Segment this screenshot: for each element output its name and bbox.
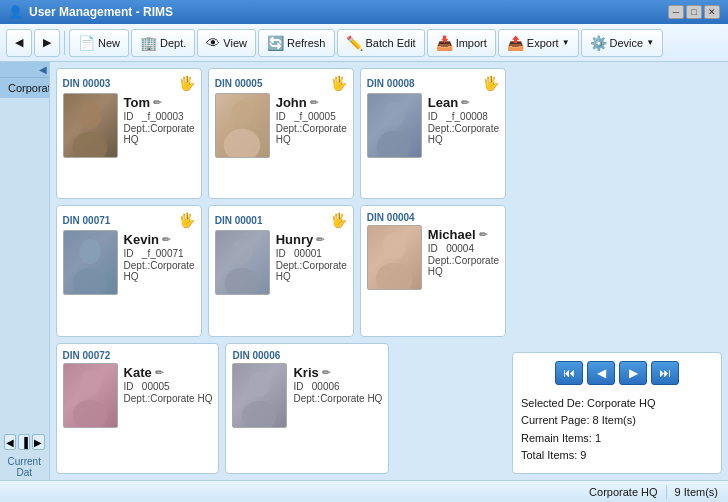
view-icon: 👁 xyxy=(206,35,220,51)
sidebar-scroll-right-button[interactable]: ▶ xyxy=(32,434,44,450)
total-items-label: Total Items: 9 xyxy=(521,447,713,465)
status-separator xyxy=(666,485,667,499)
maximize-button[interactable]: □ xyxy=(686,5,702,19)
card-name-john: John ✏ xyxy=(276,95,347,110)
card-body-kevin: Kevin ✏ ID _f_00071 Dept.:Corporate HQ xyxy=(63,230,195,329)
sidebar-scroll-left-button[interactable]: ◀ xyxy=(4,434,16,450)
sidebar-item-corporate[interactable]: Corporate xyxy=(0,78,49,98)
photo-kate xyxy=(63,363,118,428)
edit-icon-tom[interactable]: ✏ xyxy=(153,97,161,108)
content-area: DIN 00003 🖐 xyxy=(50,62,728,480)
card-dept-kris: Dept.:Corporate HQ xyxy=(293,393,382,404)
svg-point-7 xyxy=(72,268,107,295)
export-icon: 📤 xyxy=(507,35,524,51)
edit-icon-kate[interactable]: ✏ xyxy=(155,367,163,378)
din-label-kris: DIN 00006 xyxy=(232,350,280,361)
card-din-lean: DIN 00008 🖐 xyxy=(367,75,499,91)
card-body-lean: Lean ✏ ID _f_00008 Dept.:Corporate HQ xyxy=(367,93,499,192)
nav-next-icon: ▶ xyxy=(629,366,638,380)
card-name-lean: Lean ✏ xyxy=(428,95,499,110)
card-body-john: John ✏ ID _f_00005 Dept.:Corporate HQ xyxy=(215,93,347,192)
edit-icon-lean[interactable]: ✏ xyxy=(461,97,469,108)
svg-point-15 xyxy=(242,400,277,427)
refresh-label: Refresh xyxy=(287,37,326,49)
person-card-john[interactable]: DIN 00005 🖐 xyxy=(208,68,354,199)
app-icon: 👤 xyxy=(8,5,23,19)
export-button[interactable]: 📤 Export ▼ xyxy=(498,29,579,57)
svg-point-1 xyxy=(72,132,107,158)
card-id-john: ID _f_00005 xyxy=(276,111,347,122)
card-id-hunry: ID 00001 xyxy=(276,248,347,259)
din-label-tom: DIN 00003 xyxy=(63,78,111,89)
din-label-michael: DIN 00004 xyxy=(367,212,415,223)
new-label: New xyxy=(98,37,120,49)
cards-row-1: DIN 00003 🖐 xyxy=(56,68,506,199)
edit-icon-kevin[interactable]: ✏ xyxy=(162,234,170,245)
import-icon: 📥 xyxy=(436,35,453,51)
person-card-kevin[interactable]: DIN 00071 🖐 xyxy=(56,205,202,336)
card-body-kate: Kate ✏ ID 00005 Dept.:Corporate HQ xyxy=(63,363,213,467)
current-page-label: Current Page: 8 Item(s) xyxy=(521,412,713,430)
card-din-tom: DIN 00003 🖐 xyxy=(63,75,195,91)
card-name-kris: Kris ✏ xyxy=(293,365,382,380)
hand-icon-tom: 🖐 xyxy=(178,75,195,91)
export-dropdown-icon: ▼ xyxy=(562,38,570,47)
card-din-john: DIN 00005 🖐 xyxy=(215,75,347,91)
nav-first-icon: ⏮ xyxy=(563,366,575,380)
card-din-michael: DIN 00004 xyxy=(367,212,499,223)
forward-button[interactable]: ▶ xyxy=(34,29,60,57)
person-card-michael[interactable]: DIN 00004 Michael xyxy=(360,205,506,336)
card-body-hunry: Hunry ✏ ID 00001 Dept.:Corporate HQ xyxy=(215,230,347,329)
card-name-kate: Kate ✏ xyxy=(124,365,213,380)
edit-icon-michael[interactable]: ✏ xyxy=(479,229,487,240)
nav-next-button[interactable]: ▶ xyxy=(619,361,647,385)
view-button[interactable]: 👁 View xyxy=(197,29,256,57)
batch-edit-button[interactable]: ✏️ Batch Edit xyxy=(337,29,425,57)
photo-kris xyxy=(232,363,287,428)
nav-controls: ⏮ ◀ ▶ ⏭ Selected De: Corporate HQ xyxy=(512,352,722,474)
card-id-michael: ID 00004 xyxy=(428,243,499,254)
dept-button[interactable]: 🏢 Dept. xyxy=(131,29,195,57)
sidebar-scroll-handle[interactable]: ▐ xyxy=(18,434,30,450)
sidebar-collapse-button[interactable]: ◀ xyxy=(0,62,49,78)
refresh-button[interactable]: 🔄 Refresh xyxy=(258,29,335,57)
card-id-kate: ID 00005 xyxy=(124,381,213,392)
person-card-lean[interactable]: DIN 00008 🖐 xyxy=(360,68,506,199)
nav-prev-icon: ◀ xyxy=(597,366,606,380)
device-button[interactable]: ⚙️ Device ▼ xyxy=(581,29,664,57)
dept-label: Dept. xyxy=(160,37,186,49)
edit-icon-hunry[interactable]: ✏ xyxy=(316,234,324,245)
nav-last-button[interactable]: ⏭ xyxy=(651,361,679,385)
person-card-kris[interactable]: DIN 00006 Kris xyxy=(225,343,389,474)
card-id-kevin: ID _f_00071 xyxy=(124,248,195,259)
view-label: View xyxy=(223,37,247,49)
nav-first-button[interactable]: ⏮ xyxy=(555,361,583,385)
card-name-tom: Tom ✏ xyxy=(124,95,195,110)
person-card-kate[interactable]: DIN 00072 Kate xyxy=(56,343,220,474)
hand-icon-john: 🖐 xyxy=(330,75,347,91)
cards-row-2: DIN 00071 🖐 xyxy=(56,205,506,336)
edit-icon-john[interactable]: ✏ xyxy=(310,97,318,108)
photo-tom xyxy=(63,93,118,158)
remain-items-label: Remain Items: 1 xyxy=(521,430,713,448)
svg-point-0 xyxy=(78,102,101,129)
card-name-hunry: Hunry ✏ xyxy=(276,232,347,247)
title-bar-controls: ─ □ ✕ xyxy=(668,5,720,19)
din-label-kate: DIN 00072 xyxy=(63,350,111,361)
card-body-kris: Kris ✏ ID 00006 Dept.:Corporate HQ xyxy=(232,363,382,467)
import-button[interactable]: 📥 Import xyxy=(427,29,496,57)
svg-point-14 xyxy=(249,372,270,397)
person-card-tom[interactable]: DIN 00003 🖐 xyxy=(56,68,202,199)
status-items: 9 Item(s) xyxy=(675,486,718,498)
refresh-icon: 🔄 xyxy=(267,35,284,51)
edit-icon-kris[interactable]: ✏ xyxy=(322,367,330,378)
new-icon: 📄 xyxy=(78,35,95,51)
new-button[interactable]: 📄 New xyxy=(69,29,129,57)
person-card-hunry[interactable]: DIN 00001 🖐 xyxy=(208,205,354,336)
nav-prev-button[interactable]: ◀ xyxy=(587,361,615,385)
back-button[interactable]: ◀ xyxy=(6,29,32,57)
toolbar-separator-1 xyxy=(64,31,65,55)
minimize-button[interactable]: ─ xyxy=(668,5,684,19)
close-button[interactable]: ✕ xyxy=(704,5,720,19)
card-name-kevin: Kevin ✏ xyxy=(124,232,195,247)
